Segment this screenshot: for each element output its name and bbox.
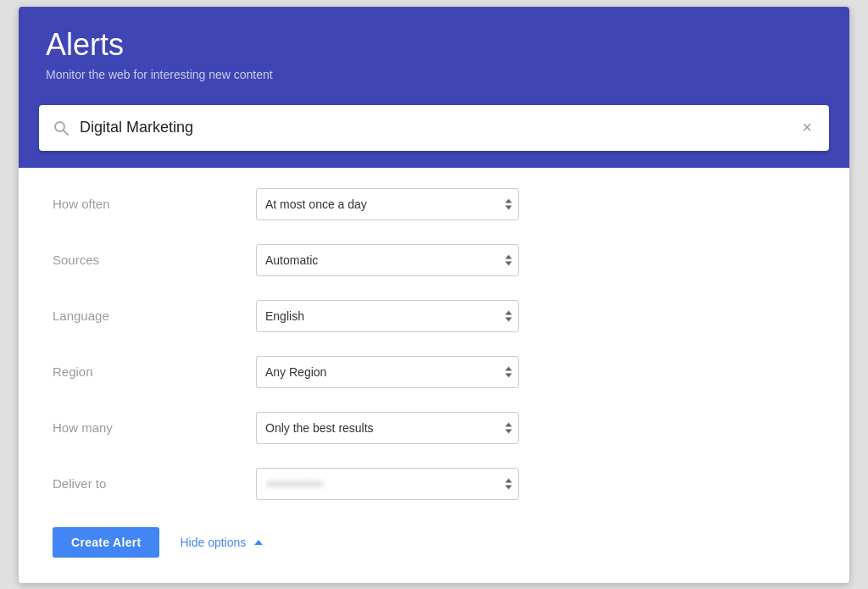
how-many-select[interactable]: Only the best results All results [256,412,519,444]
region-label: Region [53,364,256,379]
sources-label: Sources [53,253,256,267]
how-many-select-wrapper: Only the best results All results [256,412,519,444]
deliver-to-select[interactable]: •••••••••••••• [256,468,519,500]
alerts-card: Alerts Monitor the web for interesting n… [19,7,849,583]
sources-select-wrapper: Automatic News Blogs Web Video Books Dis… [256,244,519,276]
how-many-label: How many [53,420,256,435]
header: Alerts Monitor the web for interesting n… [19,7,849,105]
option-row-sources: Sources Automatic News Blogs Web Video B… [53,232,815,288]
language-select-wrapper: Any Language English Spanish French Germ… [256,300,519,332]
sources-select[interactable]: Automatic News Blogs Web Video Books Dis… [256,244,519,276]
clear-button[interactable]: × [798,114,815,141]
chevron-up-icon [254,540,263,545]
create-alert-button[interactable]: Create Alert [53,527,159,558]
search-bar: × [39,105,829,151]
how-often-label: How often [53,197,256,211]
search-bar-wrapper: × [19,105,849,168]
page-subtitle: Monitor the web for interesting new cont… [46,68,822,81]
region-select[interactable]: Any Region United States United Kingdom … [256,356,519,388]
option-row-region: Region Any Region United States United K… [53,344,815,400]
how-often-select[interactable]: As it happens At most once a day At most… [256,188,519,220]
option-row-deliver-to: Deliver to •••••••••••••• [53,456,815,512]
option-row-how-many: How many Only the best results All resul… [53,400,815,456]
language-label: Language [53,308,256,323]
region-select-wrapper: Any Region United States United Kingdom … [256,356,519,388]
hide-options-label: Hide options [180,536,246,549]
deliver-to-label: Deliver to [53,476,256,491]
options-section: How often As it happens At most once a d… [19,168,849,583]
option-row-how-often: How often As it happens At most once a d… [53,176,815,232]
how-often-select-wrapper: As it happens At most once a day At most… [256,188,519,220]
page-title: Alerts [46,27,822,63]
clear-icon: × [802,118,812,137]
svg-line-1 [64,130,69,135]
deliver-to-select-wrapper: •••••••••••••• [256,468,519,500]
footer-row: Create Alert Hide options [53,512,815,563]
search-icon [53,119,70,136]
option-row-language: Language Any Language English Spanish Fr… [53,288,815,344]
hide-options-button[interactable]: Hide options [180,536,263,549]
search-input[interactable] [80,119,798,136]
language-select[interactable]: Any Language English Spanish French Germ… [256,300,519,332]
